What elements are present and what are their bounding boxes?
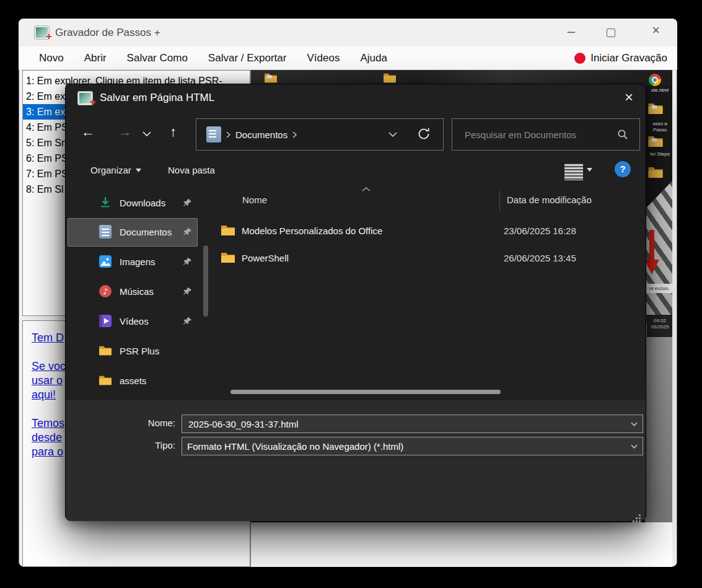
clock-date: 06/2025 [647,324,672,330]
start-recording-button[interactable]: Iniciar Gravação [574,46,667,70]
filetype-select[interactable]: Formato HTML (Visualização no Navegador)… [182,437,643,455]
address-dropdown-icon[interactable] [388,132,397,138]
folder-icon [99,374,112,387]
sidebar-item-psr-plus[interactable]: PSR Plus [66,336,214,366]
menu-videos[interactable]: Vídeos [307,52,340,64]
dialog-titlebar: Salvar em Página HTML × [66,84,646,112]
start-recording-label: Iniciar Gravação [590,52,667,64]
sidebar-scrollbar[interactable] [203,245,208,317]
view-dropdown-icon[interactable] [587,168,592,172]
pin-icon[interactable] [183,198,192,208]
chrome-icon [649,74,661,86]
app-title: Gravador de Passos + [55,27,160,39]
info-link[interactable]: usar o [32,374,63,387]
sidebar-item-imagens[interactable]: Imagens [66,247,214,276]
close-button[interactable]: × [652,24,660,37]
info-link[interactable]: Tem D [32,331,64,344]
sidebar-item-label: assets [120,375,214,386]
view-mode-icon[interactable] [561,161,586,183]
menu-novo[interactable]: Novo [39,52,64,64]
up-icon[interactable]: ↑ [170,124,177,140]
column-header-name[interactable]: Nome [242,195,267,205]
breadcrumb-chevron-icon [226,131,230,138]
menu-salvar-como[interactable]: Salvar Como [127,52,188,64]
horizontal-scrollbar[interactable] [230,390,501,394]
back-icon[interactable]: ← [81,124,95,140]
column-divider[interactable] [499,191,500,211]
dialog-navbar: ← → ↑ Documentos [66,114,646,154]
info-link[interactable]: para o [32,445,63,459]
filetype-value: Formato HTML (Visualização no Navegador)… [187,441,403,452]
minimize-button[interactable]: – [568,25,575,38]
documents-icon [206,126,221,143]
clock-time: 09:32 [647,318,672,324]
desktop-icon-label: ste.html [644,87,672,93]
menu-abrir[interactable]: Abrir [84,52,107,64]
sidebar-item-label: Vídeos [120,316,183,327]
app-icon [35,26,49,39]
breadcrumb-bar[interactable]: Documentos [196,118,444,151]
file-date: 23/06/2025 16:28 [504,226,576,236]
search-input[interactable] [463,129,602,141]
info-link[interactable]: aqui! [32,388,56,402]
maximize-button[interactable] [607,29,615,37]
photo-gray-area [645,333,672,522]
organize-button[interactable]: Organizar [90,165,141,175]
organize-label: Organizar [90,165,131,175]
chevron-down-icon[interactable] [631,444,638,449]
folder-icon [221,224,235,237]
dialog-title: Salvar em Página HTML [100,92,214,104]
app-menubar: Novo Abrir Salvar Como Salvar / Exportar… [19,46,677,70]
history-chevron-icon[interactable] [143,131,151,137]
pin-icon[interactable] [183,257,192,266]
file-row-modelos[interactable]: Modelos Personalizados do Office 23/06/2… [221,217,568,244]
sidebar-item-documentos[interactable]: Documentos [66,217,214,247]
dialog-footer: Nome: Tipo: Formato HTML (Visualização n… [66,400,646,521]
dialog-icon [78,92,92,105]
filename-input[interactable] [187,418,631,430]
folder-icon [221,252,235,264]
sort-ascending-icon [362,187,371,191]
menu-salvar-exportar[interactable]: Salvar / Exportar [208,52,287,64]
breadcrumb-documents[interactable]: Documentos [235,129,287,140]
sidebar-item-musicas[interactable]: ♪ Músicas [66,276,214,306]
search-box[interactable] [452,118,640,151]
breadcrumb-chevron-icon [292,131,297,138]
desktop-icon-label: Passo [644,127,672,133]
forward-icon[interactable]: → [118,124,132,140]
dialog-toolbar: Organizar Nova pasta ? [66,157,646,186]
menu-ajuda[interactable]: Ajuda [360,52,387,64]
file-row-powershell[interactable]: PowerShell 26/06/2025 13:45 [221,244,568,271]
file-date: 26/06/2025 13:45 [504,253,576,263]
filename-label: Nome: [126,415,175,432]
file-name: PowerShell [242,253,289,263]
pin-icon[interactable] [183,287,192,296]
refresh-icon[interactable] [416,126,431,141]
info-link[interactable]: Temos [32,417,64,430]
sidebar-item-label: Documentos [120,227,183,237]
sidebar-item-downloads[interactable]: Downloads [66,188,214,217]
music-icon: ♪ [99,284,112,298]
sidebar-item-label: PSR Plus [120,346,214,356]
sidebar-item-label: Downloads [120,198,183,208]
resize-grip[interactable] [639,514,641,516]
pin-icon[interactable] [183,317,192,326]
search-icon [617,129,628,140]
help-icon[interactable]: ? [615,161,631,177]
chevron-down-icon [136,169,141,172]
column-header-date[interactable]: Data de modificação [507,195,592,205]
chevron-down-icon[interactable] [631,422,638,426]
pin-icon[interactable] [183,227,192,237]
info-link[interactable]: Se voc [32,360,66,373]
sidebar-item-label: Imagens [120,257,183,267]
new-folder-button[interactable]: Nova pasta [168,165,215,175]
sidebar-item-assets[interactable]: assets [66,366,214,395]
desktop-icon-label: asso a [644,121,672,126]
folder-icon [647,102,664,115]
sidebar-item-videos[interactable]: Vídeos [66,306,214,336]
dialog-close-icon[interactable]: × [625,89,633,106]
folder-icon [383,72,397,84]
filename-field[interactable] [182,415,643,433]
info-link[interactable]: desde [32,431,62,444]
sidebar-item-label: Músicas [120,286,183,297]
